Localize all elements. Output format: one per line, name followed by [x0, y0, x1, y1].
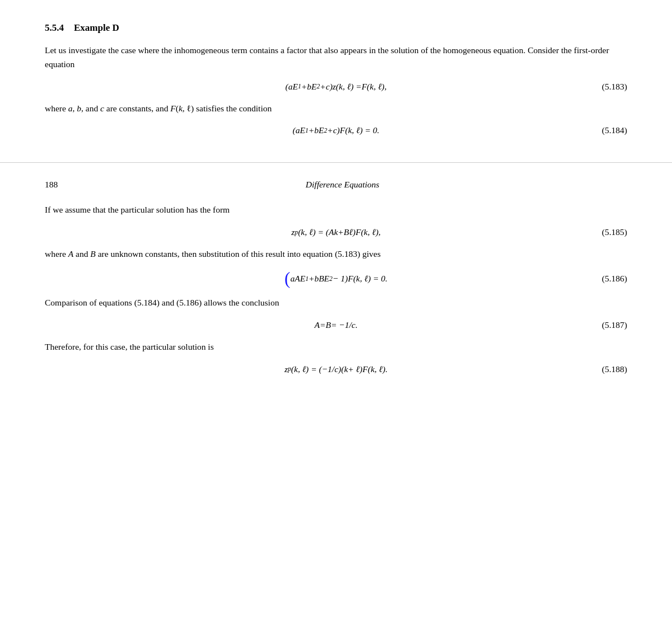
equation-5186: (aAE1 + bBE2 − 1)F(k, ℓ) = 0. (5.186) — [45, 271, 627, 286]
eq184-content: (aE1 + bE2 + c)F(k, ℓ) = 0. — [293, 125, 380, 135]
comparison-paragraph: Comparison of equations (5.184) and (5.1… — [45, 296, 627, 310]
eq186-number: (5.186) — [602, 274, 627, 284]
intro-paragraph: Let us investigate the case where the in… — [45, 44, 627, 72]
equation-5185: zp(k, ℓ) = (Ak + Bℓ)F(k, ℓ), (5.185) — [45, 227, 627, 237]
eq184-number: (5.184) — [602, 125, 627, 135]
eq183-number: (5.183) — [602, 82, 627, 92]
top-section: 5.5.4 Example D Let us investigate the c… — [0, 0, 672, 162]
page-number: 188 — [45, 180, 58, 190]
equation-5188: zp(k, ℓ) = (−1/c)(k + ℓ)F(k, ℓ). (5.188) — [45, 364, 627, 374]
page-header: 188 Difference Equations — [45, 180, 627, 190]
bottom-section: 188 Difference Equations If we assume th… — [0, 163, 672, 634]
eq185-content: zp(k, ℓ) = (Ak + Bℓ)F(k, ℓ), — [291, 227, 380, 237]
eq187-number: (5.187) — [602, 320, 627, 330]
if-paragraph: If we assume that the particular solutio… — [45, 203, 627, 217]
eq186-content: (aAE1 + bBE2 − 1)F(k, ℓ) = 0. — [284, 271, 388, 286]
section-number: 5.5.4 — [45, 22, 64, 34]
therefore-paragraph: Therefore, for this case, the particular… — [45, 340, 627, 354]
eq185-number: (5.185) — [602, 227, 627, 237]
section-title: Example D — [74, 22, 119, 34]
where-AB-paragraph: where A and B are unknown constants, the… — [45, 247, 627, 261]
eq187-content: A = B = −1/c. — [314, 320, 357, 330]
equation-5184: (aE1 + bE2 + c)F(k, ℓ) = 0. (5.184) — [45, 125, 627, 135]
equation-5183: (aE1 + bE2 + c)z(k, ℓ) = F(k, ℓ), (5.183… — [45, 82, 627, 92]
equation-5187: A = B = −1/c. (5.187) — [45, 320, 627, 330]
eq188-number: (5.188) — [602, 364, 627, 374]
chapter-title: Difference Equations — [58, 180, 627, 190]
page-container: 5.5.4 Example D Let us investigate the c… — [0, 0, 672, 634]
blue-paren: ( — [284, 271, 290, 286]
where-paragraph: where a, b, and c are constants, and F(k… — [45, 102, 627, 116]
section-heading: 5.5.4 Example D — [45, 22, 627, 34]
eq188-content: zp(k, ℓ) = (−1/c)(k + ℓ)F(k, ℓ). — [284, 364, 388, 374]
eq183-content: (aE1 + bE2 + c)z(k, ℓ) = F(k, ℓ), — [286, 82, 387, 92]
